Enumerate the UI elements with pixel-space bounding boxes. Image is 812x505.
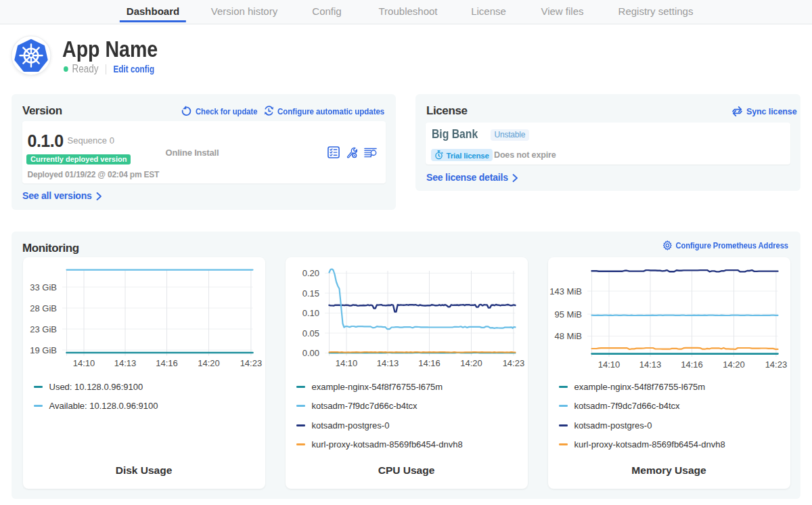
svg-text:14:10: 14:10 (72, 358, 95, 368)
svg-text:14:20: 14:20 (198, 358, 220, 368)
svg-text:19 GiB: 19 GiB (30, 345, 57, 355)
svg-text:14:13: 14:13 (376, 358, 399, 368)
svg-text:14:10: 14:10 (597, 359, 620, 370)
svg-text:23 GiB: 23 GiB (30, 324, 57, 334)
svg-text:0.05: 0.05 (302, 328, 319, 338)
svg-text:0.20: 0.20 (302, 268, 319, 278)
svg-text:14:13: 14:13 (114, 358, 136, 368)
svg-text:33 GiB: 33 GiB (30, 282, 57, 292)
svg-text:14:10: 14:10 (335, 358, 357, 368)
svg-text:14:16: 14:16 (681, 359, 703, 370)
svg-text:28 GiB: 28 GiB (30, 303, 57, 313)
svg-text:14:13: 14:13 (639, 359, 661, 370)
svg-text:14:23: 14:23 (502, 358, 524, 368)
svg-text:14:23: 14:23 (765, 359, 787, 370)
svg-text:48 MiB: 48 MiB (554, 331, 581, 341)
svg-text:0.00: 0.00 (302, 348, 319, 358)
svg-text:14:16: 14:16 (418, 358, 441, 368)
svg-text:0.10: 0.10 (302, 308, 319, 318)
svg-text:14:20: 14:20 (723, 359, 745, 370)
svg-text:14:20: 14:20 (460, 358, 482, 368)
svg-text:14:23: 14:23 (240, 358, 262, 368)
svg-text:14:16: 14:16 (156, 358, 178, 368)
svg-text:143 MiB: 143 MiB (549, 286, 582, 297)
svg-text:0.15: 0.15 (302, 288, 319, 299)
svg-text:95 MiB: 95 MiB (554, 309, 581, 320)
